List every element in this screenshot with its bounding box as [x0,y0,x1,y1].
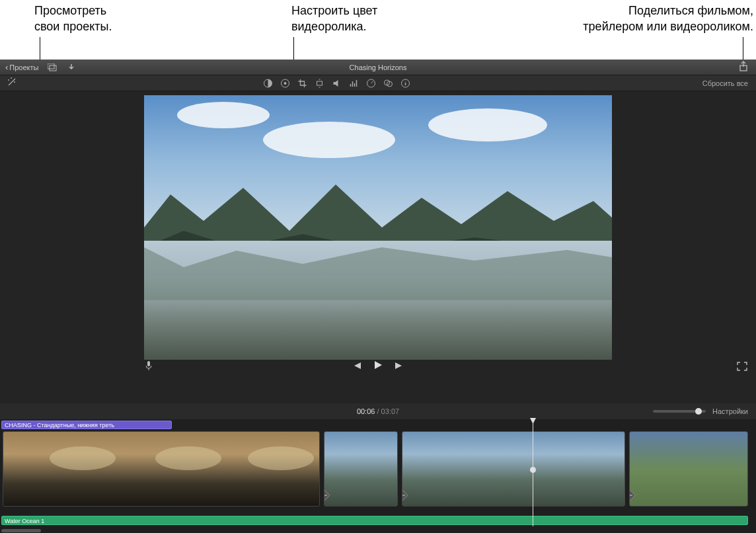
svg-point-15 [50,446,116,470]
svg-point-16 [155,446,221,470]
speed-icon[interactable] [367,79,376,88]
timeline-settings-button[interactable]: Настройки [712,407,748,415]
share-icon[interactable] [739,61,748,74]
next-frame-button[interactable] [394,361,404,373]
clips-row [0,431,756,514]
filter-icon[interactable] [384,79,393,88]
project-title: Chasing Horizons [350,63,407,71]
timeline[interactable]: CHASING - Стандартные, нижняя треть [0,419,756,533]
chevron-left-icon: ‹ [5,62,8,72]
svg-point-17 [248,446,314,470]
svg-point-4 [11,77,12,79]
audio-clip[interactable]: Water Ocean 1 [1,516,748,525]
stabilize-icon[interactable] [315,79,324,88]
transition-icon[interactable] [402,489,409,502]
preview-frame[interactable] [144,95,612,360]
zoom-handle[interactable] [695,408,702,415]
svg-point-8 [284,82,287,85]
crop-icon[interactable] [298,79,307,88]
horizontal-scrollbar[interactable] [1,529,41,532]
svg-rect-9 [317,81,322,85]
app-window: ‹ Проекты Chasing Horizons [0,60,756,533]
clip-3[interactable] [402,431,625,507]
title-clip[interactable]: CHASING - Стандартные, нижняя треть [1,421,172,429]
library-toggle-icon[interactable] [48,63,58,71]
color-wheel-icon[interactable] [281,79,290,88]
zoom-slider[interactable] [653,410,706,413]
svg-rect-1 [50,65,56,71]
titlebar: ‹ Проекты Chasing Horizons [0,60,756,75]
svg-rect-14 [147,361,150,366]
reset-all-button[interactable]: Сбросить все [702,79,748,87]
svg-point-5 [14,81,15,83]
callout-line [40,37,40,62]
clip-4[interactable] [629,431,748,507]
back-label: Проекты [9,63,38,71]
equalizer-icon[interactable] [350,79,359,88]
callout-color: Настроить цвет видеоролика. [291,3,377,34]
color-balance-icon[interactable] [264,79,273,88]
preview-water [144,241,612,360]
magic-wand-icon[interactable] [7,77,17,90]
clip-2[interactable] [324,431,398,507]
callouts-area: Просмотреть свои проекты. Настроить цвет… [0,0,756,60]
playhead-ball[interactable] [530,467,536,473]
playhead[interactable] [533,419,533,526]
transition-icon[interactable] [324,489,331,502]
transition-icon[interactable] [629,489,636,502]
clip-1[interactable] [3,431,320,507]
adjust-toolbar: Сбросить все [0,75,756,91]
volume-icon[interactable] [332,79,342,88]
back-projects-button[interactable]: ‹ Проекты [5,62,38,72]
viewer [0,91,756,403]
svg-point-3 [8,79,9,81]
callout-share: Поделиться фильмом, трейлером или видеор… [449,3,753,34]
import-icon[interactable] [67,63,75,71]
info-icon[interactable] [401,79,410,88]
callout-line [743,37,743,62]
total-time: 03:07 [381,407,400,415]
callout-projects: Просмотреть свои проекты. [34,3,112,34]
playhead-handle[interactable] [530,418,536,424]
time-display: 00:06 / 03:07 [357,407,399,415]
fullscreen-icon[interactable] [737,362,747,374]
voiceover-icon[interactable] [144,360,153,374]
time-bar: 00:06 / 03:07 Настройки [0,403,756,419]
current-time: 00:06 [357,407,375,415]
play-button[interactable] [373,360,383,374]
prev-frame-button[interactable] [352,361,362,373]
svg-rect-0 [48,63,54,69]
